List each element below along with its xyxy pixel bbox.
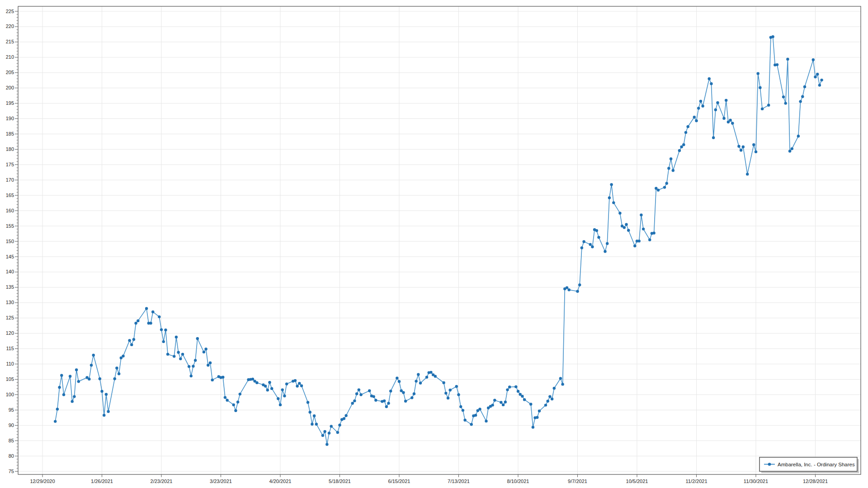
data-point xyxy=(737,145,740,148)
x-tick-label: 4/20/2021 xyxy=(269,479,292,484)
y-tick-label: 110 xyxy=(6,361,14,366)
data-point xyxy=(179,357,182,360)
data-point xyxy=(463,419,466,422)
data-point xyxy=(164,328,167,331)
x-tick-label: 6/15/2021 xyxy=(388,479,410,484)
data-point xyxy=(548,395,551,398)
x-tick-label: 9/7/2021 xyxy=(568,479,587,484)
x-tick-label: 7/13/2021 xyxy=(448,479,470,484)
data-point xyxy=(485,420,487,422)
data-point xyxy=(190,375,193,377)
data-point xyxy=(281,388,284,391)
data-point xyxy=(517,390,519,393)
data-point xyxy=(222,376,224,379)
data-point xyxy=(547,400,549,403)
data-point xyxy=(595,229,598,232)
data-point xyxy=(264,385,267,387)
data-point xyxy=(478,408,481,410)
y-tick-label: 170 xyxy=(6,177,14,183)
data-point xyxy=(687,125,689,128)
y-tick-label: 190 xyxy=(6,116,14,121)
data-point xyxy=(173,355,175,357)
y-tick-label: 95 xyxy=(9,407,14,413)
data-point xyxy=(502,404,505,406)
data-point xyxy=(797,135,800,137)
data-point xyxy=(419,382,422,385)
data-point xyxy=(493,399,496,402)
data-point xyxy=(88,378,90,380)
data-point xyxy=(62,393,65,396)
y-tick-label: 200 xyxy=(6,85,14,90)
y-tick-label: 130 xyxy=(6,300,14,305)
data-point xyxy=(801,95,804,98)
data-point xyxy=(71,400,74,403)
y-tick-label: 100 xyxy=(6,392,14,397)
x-tick-label: 10/5/2021 xyxy=(626,479,648,484)
data-point xyxy=(667,167,670,169)
data-point xyxy=(725,99,727,102)
data-point xyxy=(113,377,116,380)
data-point xyxy=(447,397,449,399)
data-point xyxy=(623,226,626,229)
data-point xyxy=(122,355,124,357)
data-point xyxy=(434,375,437,378)
data-point xyxy=(355,392,358,395)
data-point xyxy=(712,136,715,139)
data-point xyxy=(343,417,345,420)
data-point xyxy=(211,379,214,381)
data-point xyxy=(385,405,388,408)
y-tick-label: 105 xyxy=(6,376,14,382)
data-point xyxy=(92,354,95,357)
y-tick-label: 195 xyxy=(6,100,14,106)
data-point xyxy=(710,82,712,85)
y-tick-label: 220 xyxy=(6,23,14,29)
data-point xyxy=(788,150,791,152)
data-point xyxy=(442,381,445,384)
data-point xyxy=(701,105,704,108)
data-point xyxy=(538,409,541,412)
y-gridlines xyxy=(18,11,861,471)
x-tick-label: 11/2/2021 xyxy=(685,479,707,484)
y-tick-label: 155 xyxy=(6,223,14,229)
data-point xyxy=(695,119,698,122)
data-point xyxy=(118,372,120,375)
data-point xyxy=(294,379,297,382)
data-point xyxy=(209,361,212,364)
data-point xyxy=(224,396,226,399)
data-point xyxy=(368,389,371,392)
data-point xyxy=(610,183,613,186)
x-tick-label: 3/23/2021 xyxy=(210,479,232,484)
data-point xyxy=(300,385,303,387)
data-point xyxy=(799,100,802,103)
data-point xyxy=(277,397,279,400)
data-point xyxy=(523,398,526,401)
data-point xyxy=(444,392,447,394)
y-tick-label: 225 xyxy=(6,9,14,14)
x-tick-labels: 12/29/20201/26/20212/23/20213/23/20214/2… xyxy=(30,479,828,484)
data-point xyxy=(315,423,318,426)
data-point xyxy=(578,283,581,286)
x-tick-label: 12/28/2021 xyxy=(803,479,828,484)
data-point xyxy=(812,58,815,61)
data-point xyxy=(330,425,333,427)
data-point xyxy=(311,423,313,426)
plot-frame xyxy=(18,6,861,474)
series-line xyxy=(55,37,821,444)
y-tick-label: 150 xyxy=(6,239,14,244)
data-point xyxy=(580,246,583,249)
data-point xyxy=(716,101,719,104)
data-point xyxy=(606,242,609,245)
data-point xyxy=(455,385,458,388)
data-point xyxy=(708,77,711,80)
y-tick-label: 175 xyxy=(6,162,14,167)
data-point xyxy=(77,380,80,383)
legend: Ambarella, Inc. - Ordinary Shares xyxy=(760,457,859,473)
data-point xyxy=(618,212,621,215)
data-point xyxy=(374,399,377,402)
data-point xyxy=(576,290,579,293)
data-point xyxy=(608,197,611,199)
data-point xyxy=(462,409,464,412)
data-point xyxy=(160,328,163,331)
data-point xyxy=(389,389,392,392)
data-point xyxy=(192,365,194,367)
